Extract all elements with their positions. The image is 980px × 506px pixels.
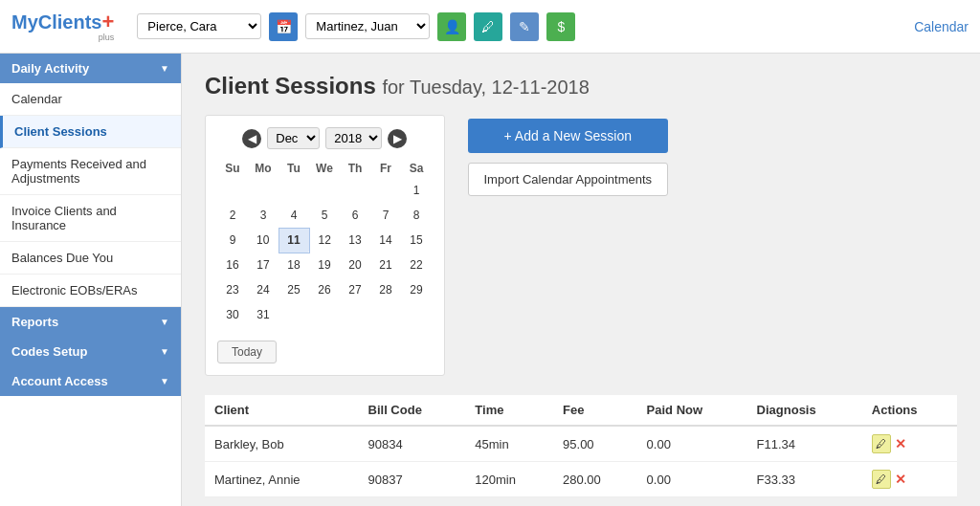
cal-day-cell[interactable]: 20 xyxy=(340,253,370,277)
cal-day-cell[interactable]: 8 xyxy=(401,203,432,228)
cal-day-cell[interactable]: 1 xyxy=(401,178,432,203)
cal-day-cell xyxy=(217,178,248,203)
col-bill-code: Bill Code xyxy=(359,395,466,426)
cal-day-cell[interactable]: 15 xyxy=(401,228,432,253)
cal-day-cell[interactable]: 21 xyxy=(370,253,401,277)
header: MyClients+ plus Pierce, Cara 📅 Martinez,… xyxy=(0,0,980,54)
cal-day-cell[interactable]: 23 xyxy=(217,277,248,302)
cell-diagnosis: F33.33 xyxy=(747,462,862,497)
top-area: ◀ JanFebMarApr MayJunJulAug SepOctNovDec… xyxy=(205,115,957,376)
sidebar-section-daily-activity[interactable]: Daily Activity ▼ xyxy=(0,54,181,83)
sidebar-section-reports[interactable]: Reports ▼ xyxy=(0,307,181,337)
cal-day-cell[interactable]: 12 xyxy=(309,228,340,253)
cal-day-cell[interactable]: 25 xyxy=(278,277,309,302)
cal-next-btn[interactable]: ▶ xyxy=(388,129,407,148)
edit-session-icon[interactable]: 🖊 xyxy=(872,470,891,489)
cal-day-cell[interactable]: 28 xyxy=(370,277,401,302)
cal-day-th: Th xyxy=(340,159,370,178)
cal-day-cell[interactable]: 22 xyxy=(401,253,432,277)
sidebar-section-codes[interactable]: Codes Setup ▼ xyxy=(0,337,181,366)
cell-diagnosis: F11.34 xyxy=(747,426,862,462)
cal-day-tu: Tu xyxy=(278,159,309,178)
delete-session-icon[interactable]: ✕ xyxy=(895,472,906,487)
cal-day-cell[interactable]: 9 xyxy=(217,228,248,253)
cal-day-we: We xyxy=(309,159,340,178)
cal-day-cell[interactable]: 18 xyxy=(278,253,309,277)
sidebar-item-payments[interactable]: Payments Received and Adjustments xyxy=(0,148,181,195)
add-client-btn[interactable]: 👤 xyxy=(437,12,466,41)
action-buttons: + Add a New Session Import Calendar Appo… xyxy=(468,115,669,196)
sidebar: Daily Activity ▼ Calendar Client Session… xyxy=(0,54,182,506)
cell-time: 120min xyxy=(465,462,553,497)
cal-day-cell xyxy=(340,178,370,203)
table-row: Martinez, Annie90837120min280.000.00F33.… xyxy=(205,462,957,497)
cell-paid_now: 0.00 xyxy=(637,426,747,462)
cal-day-cell[interactable]: 27 xyxy=(340,277,370,302)
client-select[interactable]: Martinez, Juan xyxy=(305,13,430,39)
cal-day-cell xyxy=(309,178,340,203)
cal-day-mo: Mo xyxy=(248,159,278,178)
cal-today-btn[interactable]: Today xyxy=(217,341,277,363)
cal-day-cell[interactable]: 19 xyxy=(309,253,340,277)
sidebar-section-reports-label: Reports xyxy=(11,315,58,329)
cal-day-cell[interactable]: 6 xyxy=(340,203,370,228)
cal-day-cell[interactable]: 30 xyxy=(217,302,248,327)
cal-year-select[interactable]: 20162017201820192020 xyxy=(325,127,382,149)
cell-fee: 280.00 xyxy=(553,462,637,497)
sidebar-section-account[interactable]: Account Access ▼ xyxy=(0,366,181,396)
add-session-btn[interactable]: + Add a New Session xyxy=(468,119,669,153)
cell-fee: 95.00 xyxy=(553,426,637,462)
col-time: Time xyxy=(465,395,553,426)
cal-day-cell[interactable]: 10 xyxy=(248,228,278,253)
sidebar-section-account-label: Account Access xyxy=(11,374,108,388)
cal-day-cell[interactable]: 26 xyxy=(309,277,340,302)
cell-actions: 🖊 ✕ xyxy=(862,462,957,497)
cal-day-cell xyxy=(370,302,401,327)
cal-day-cell[interactable]: 29 xyxy=(401,277,432,302)
cal-day-cell[interactable]: 11 xyxy=(278,228,309,253)
logo: MyClients+ plus xyxy=(11,11,114,42)
sidebar-section-label: Daily Activity xyxy=(11,61,89,76)
cal-day-cell[interactable]: 7 xyxy=(370,203,401,228)
cal-day-cell[interactable]: 16 xyxy=(217,253,248,277)
col-client: Client xyxy=(205,395,359,426)
cal-day-cell[interactable]: 3 xyxy=(248,203,278,228)
cal-day-cell[interactable]: 4 xyxy=(278,203,309,228)
edit-btn[interactable]: ✎ xyxy=(510,12,539,41)
cal-day-cell xyxy=(340,302,370,327)
edit-session-icon[interactable]: 🖊 xyxy=(872,434,891,453)
provider-select[interactable]: Pierce, Cara xyxy=(137,13,261,39)
sidebar-item-eobs[interactable]: Electronic EOBs/ERAs xyxy=(0,275,181,307)
cell-client: Barkley, Bob xyxy=(205,426,359,462)
col-actions: Actions xyxy=(862,395,957,426)
cal-day-cell[interactable]: 2 xyxy=(217,203,248,228)
delete-session-icon[interactable]: ✕ xyxy=(895,436,906,451)
cell-bill_code: 90834 xyxy=(359,426,466,462)
cell-bill_code: 90837 xyxy=(359,462,466,497)
col-fee: Fee xyxy=(553,395,637,426)
cal-month-select[interactable]: JanFebMarApr MayJunJulAug SepOctNovDec xyxy=(267,127,320,149)
cal-day-cell[interactable]: 13 xyxy=(340,228,370,253)
notes-btn[interactable]: 🖊 xyxy=(474,12,502,41)
table-row: Barkley, Bob9083445min95.000.00F11.34 🖊 … xyxy=(205,426,957,462)
sidebar-item-client-sessions[interactable]: Client Sessions xyxy=(0,116,181,148)
sidebar-item-balances[interactable]: Balances Due You xyxy=(0,242,181,275)
calendar-link[interactable]: Calendar xyxy=(914,19,969,34)
calendar-icon-btn[interactable]: 📅 xyxy=(269,12,298,41)
col-paid-now: Paid Now xyxy=(637,395,747,426)
billing-btn[interactable]: $ xyxy=(546,12,575,41)
sidebar-item-calendar[interactable]: Calendar xyxy=(0,83,181,116)
cal-day-cell[interactable]: 31 xyxy=(248,302,278,327)
cal-day-cell[interactable]: 14 xyxy=(370,228,401,253)
sidebar-item-invoice[interactable]: Invoice Clients and Insurance xyxy=(0,195,181,242)
import-calendar-btn[interactable]: Import Calendar Appointments xyxy=(468,163,669,196)
cal-day-fr: Fr xyxy=(370,159,401,178)
cal-day-cell[interactable]: 17 xyxy=(248,253,278,277)
cal-day-cell xyxy=(278,302,309,327)
main-content: Client Sessions for Tuesday, 12-11-2018 … xyxy=(182,54,980,506)
cal-day-cell[interactable]: 5 xyxy=(309,203,340,228)
cell-time: 45min xyxy=(465,426,553,462)
cal-prev-btn[interactable]: ◀ xyxy=(242,129,261,148)
chevron-down-icon: ▼ xyxy=(160,63,169,74)
cal-day-cell[interactable]: 24 xyxy=(248,277,278,302)
